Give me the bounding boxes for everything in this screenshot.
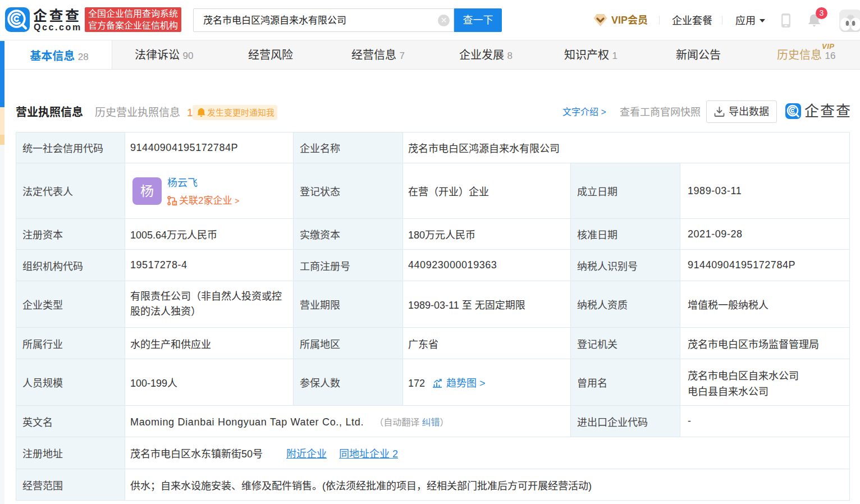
svg-text:企: 企	[173, 200, 177, 205]
